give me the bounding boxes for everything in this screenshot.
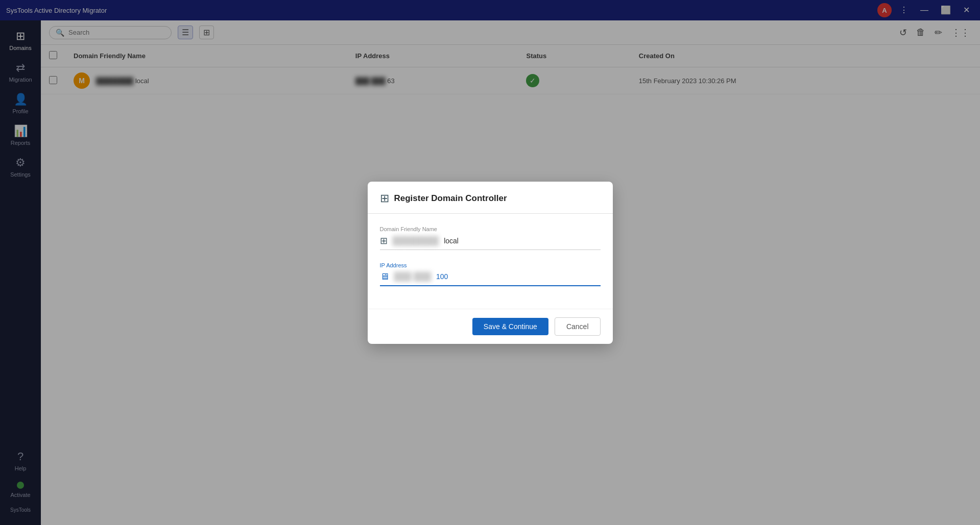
ip-address-field-group: IP Address 🖥 ███ ███ — [380, 262, 601, 286]
ip-address-label: IP Address — [380, 262, 601, 268]
save-continue-button[interactable]: Save & Continue — [472, 318, 548, 335]
modal-overlay: ⊞ Register Domain Controller Domain Frie… — [0, 0, 980, 525]
dialog-header: ⊞ Register Domain Controller — [368, 182, 613, 214]
domain-name-input[interactable] — [444, 237, 600, 245]
dialog-body: Domain Friendly Name ⊞ ████████ IP Addre… — [368, 214, 613, 309]
domain-field-icon: ⊞ — [380, 235, 388, 246]
cancel-button[interactable]: Cancel — [555, 317, 601, 336]
register-domain-dialog: ⊞ Register Domain Controller Domain Frie… — [368, 182, 613, 344]
dialog-title: Register Domain Controller — [394, 193, 507, 204]
domain-name-label: Domain Friendly Name — [380, 226, 601, 232]
ip-field-icon: 🖥 — [380, 271, 389, 282]
domain-name-blurred: ████████ — [393, 236, 439, 245]
domain-name-field-row: ⊞ ████████ — [380, 235, 601, 250]
ip-address-blurred: ███ ███ — [394, 272, 431, 281]
ip-address-field-row: 🖥 ███ ███ — [380, 271, 601, 286]
dialog-footer: Save & Continue Cancel — [368, 309, 613, 344]
ip-address-input[interactable] — [436, 272, 601, 281]
dialog-header-icon: ⊞ — [380, 192, 389, 205]
domain-name-field-group: Domain Friendly Name ⊞ ████████ — [380, 226, 601, 250]
